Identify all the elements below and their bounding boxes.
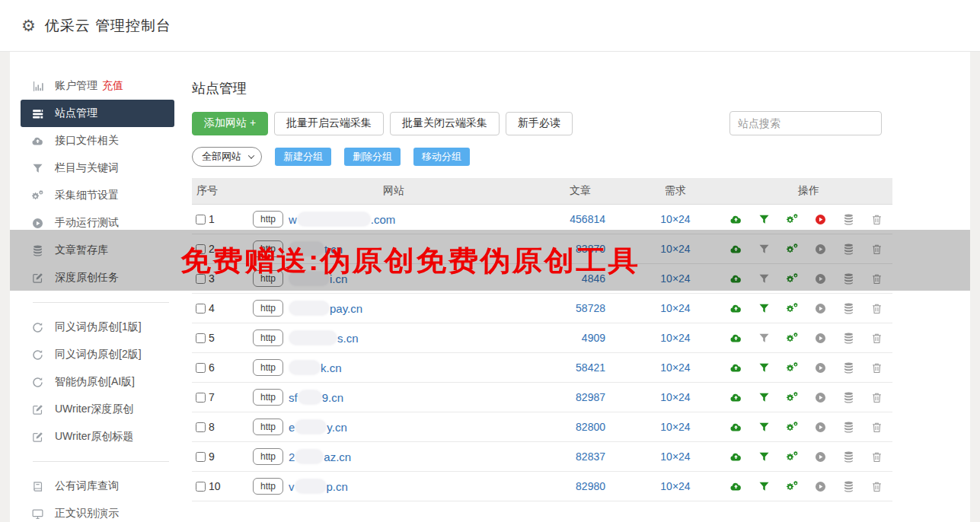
- settings-gears-icon[interactable]: [786, 213, 799, 226]
- row-checkbox[interactable]: [196, 215, 206, 224]
- move-group-button[interactable]: 移动分组: [413, 148, 470, 166]
- site-link[interactable]: pay.cn: [289, 301, 362, 315]
- run-icon[interactable]: [814, 450, 827, 463]
- storage-icon[interactable]: [842, 243, 855, 256]
- article-count-link[interactable]: 4846: [582, 272, 605, 285]
- trash-icon[interactable]: [870, 391, 883, 404]
- article-count-link[interactable]: 82800: [576, 421, 605, 433]
- filter-icon[interactable]: [758, 450, 771, 463]
- cloud-collect-icon[interactable]: [729, 243, 742, 256]
- trash-icon[interactable]: [870, 213, 883, 226]
- sidebar-item-站点管理[interactable]: 站点管理: [21, 100, 174, 127]
- cloud-collect-icon[interactable]: [729, 450, 742, 463]
- storage-icon[interactable]: [842, 361, 855, 374]
- sidebar-item-公有词库查询[interactable]: 公有词库查询: [21, 473, 174, 500]
- article-count-link[interactable]: 83870: [576, 243, 605, 255]
- filter-icon[interactable]: [758, 332, 771, 345]
- site-link[interactable]: vp.cn: [289, 479, 348, 493]
- http-protocol-chip[interactable]: http: [253, 240, 283, 257]
- demand-link[interactable]: 10×24: [660, 243, 690, 255]
- settings-gears-icon[interactable]: [786, 302, 799, 315]
- cloud-collect-icon[interactable]: [729, 361, 742, 374]
- filter-icon[interactable]: [758, 302, 771, 315]
- article-count-link[interactable]: 58421: [576, 361, 605, 374]
- article-count-link[interactable]: 82837: [576, 450, 605, 463]
- sidebar-item-智能伪原创[AI版][interactable]: 智能伪原创[AI版]: [21, 368, 174, 396]
- sidebar-item-文章暂存库[interactable]: 文章暂存库: [21, 237, 174, 264]
- sidebar-item-栏目与关键词[interactable]: 栏目与关键词: [21, 154, 174, 182]
- storage-icon[interactable]: [842, 421, 855, 434]
- settings-gears-icon[interactable]: [786, 391, 799, 404]
- http-protocol-chip[interactable]: http: [253, 448, 283, 465]
- filter-icon[interactable]: [758, 391, 771, 404]
- sidebar-item-采集细节设置[interactable]: 采集细节设置: [21, 182, 174, 209]
- row-checkbox[interactable]: [196, 363, 206, 373]
- sidebar-item-同义词伪原创[2版][interactable]: 同义词伪原创[2版]: [21, 341, 174, 368]
- site-link[interactable]: sf9.cn: [289, 390, 343, 404]
- batch-close-collect-button[interactable]: 批量关闭云端采集: [390, 112, 500, 135]
- http-protocol-chip[interactable]: http: [253, 389, 283, 406]
- cloud-collect-icon[interactable]: [729, 421, 742, 434]
- storage-icon[interactable]: [842, 213, 855, 226]
- site-search-input[interactable]: [729, 111, 882, 135]
- site-link[interactable]: 2az.cn: [289, 450, 351, 463]
- site-link[interactable]: i.cn: [289, 272, 347, 285]
- site-link[interactable]: s.cn: [289, 331, 359, 345]
- sidebar-item-手动运行测试[interactable]: 手动运行测试: [21, 209, 174, 237]
- http-protocol-chip[interactable]: http: [253, 359, 283, 376]
- settings-gears-icon[interactable]: [786, 450, 799, 463]
- sidebar-item-同义词伪原创[1版][interactable]: 同义词伪原创[1版]: [21, 314, 174, 341]
- batch-open-collect-button[interactable]: 批量开启云端采集: [274, 112, 384, 135]
- trash-icon[interactable]: [870, 332, 883, 345]
- run-icon[interactable]: [814, 243, 827, 256]
- cloud-collect-icon[interactable]: [729, 213, 742, 226]
- cloud-collect-icon[interactable]: [729, 302, 742, 315]
- filter-icon[interactable]: [758, 272, 771, 285]
- trash-icon[interactable]: [870, 302, 883, 315]
- trash-icon[interactable]: [870, 243, 883, 256]
- cloud-collect-icon[interactable]: [729, 332, 742, 345]
- storage-icon[interactable]: [842, 480, 855, 493]
- trash-icon[interactable]: [870, 361, 883, 374]
- trash-icon[interactable]: [870, 450, 883, 463]
- row-checkbox[interactable]: [196, 452, 206, 462]
- demand-link[interactable]: 10×24: [660, 391, 690, 403]
- http-protocol-chip[interactable]: http: [253, 419, 283, 435]
- add-site-button[interactable]: 添加网站 +: [192, 112, 268, 135]
- sidebar-item-账户管理[interactable]: 账户管理 充值: [21, 72, 174, 100]
- run-icon[interactable]: [814, 361, 827, 374]
- run-icon[interactable]: [814, 421, 827, 434]
- settings-gears-icon[interactable]: [786, 332, 799, 345]
- run-icon[interactable]: [814, 213, 827, 226]
- article-count-link[interactable]: 82987: [576, 391, 605, 403]
- article-count-link[interactable]: 82980: [576, 480, 605, 492]
- cloud-collect-icon[interactable]: [729, 480, 742, 493]
- sidebar-item-UWriter深度原创[interactable]: UWriter深度原创: [21, 396, 174, 423]
- settings-gears-icon[interactable]: [786, 272, 799, 285]
- sidebar-item-正文识别演示[interactable]: 正文识别演示: [21, 500, 174, 522]
- sidebar-item-接口文件相关[interactable]: 接口文件相关: [21, 127, 174, 154]
- http-protocol-chip[interactable]: http: [253, 329, 283, 346]
- novice-guide-button[interactable]: 新手必读: [506, 112, 573, 135]
- demand-link[interactable]: 10×24: [660, 421, 690, 433]
- demand-link[interactable]: 10×24: [660, 361, 690, 374]
- filter-icon[interactable]: [758, 361, 771, 374]
- cloud-collect-icon[interactable]: [729, 391, 742, 404]
- group-select[interactable]: 全部网站: [192, 147, 262, 167]
- run-icon[interactable]: [814, 480, 827, 493]
- site-link[interactable]: t.cn: [289, 242, 343, 256]
- http-protocol-chip[interactable]: http: [253, 270, 283, 287]
- demand-link[interactable]: 10×24: [660, 272, 690, 285]
- storage-icon[interactable]: [842, 332, 855, 345]
- run-icon[interactable]: [814, 272, 827, 285]
- article-count-link[interactable]: 4909: [582, 332, 605, 344]
- trash-icon[interactable]: [870, 480, 883, 493]
- settings-gears-icon[interactable]: [786, 480, 799, 493]
- row-checkbox[interactable]: [196, 393, 206, 403]
- settings-gears-icon[interactable]: [786, 243, 799, 256]
- row-checkbox[interactable]: [196, 482, 206, 492]
- filter-icon[interactable]: [758, 480, 771, 493]
- demand-link[interactable]: 10×24: [660, 450, 690, 463]
- row-checkbox[interactable]: [196, 304, 206, 314]
- row-checkbox[interactable]: [196, 274, 206, 284]
